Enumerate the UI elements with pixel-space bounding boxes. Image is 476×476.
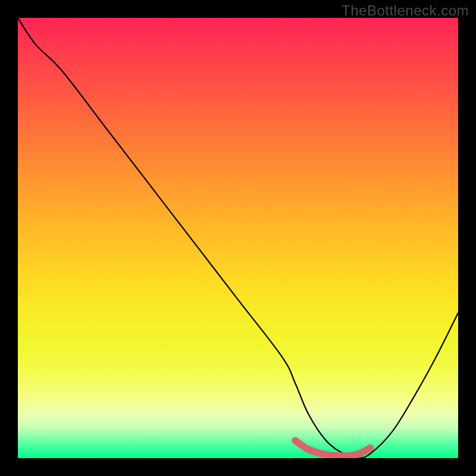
chart-svg: [18, 18, 458, 458]
optimal-range-highlight: [295, 440, 370, 456]
plot-area: [18, 18, 458, 458]
bottleneck-curve: [18, 18, 458, 458]
watermark-text: TheBottleneck.com: [342, 2, 469, 19]
